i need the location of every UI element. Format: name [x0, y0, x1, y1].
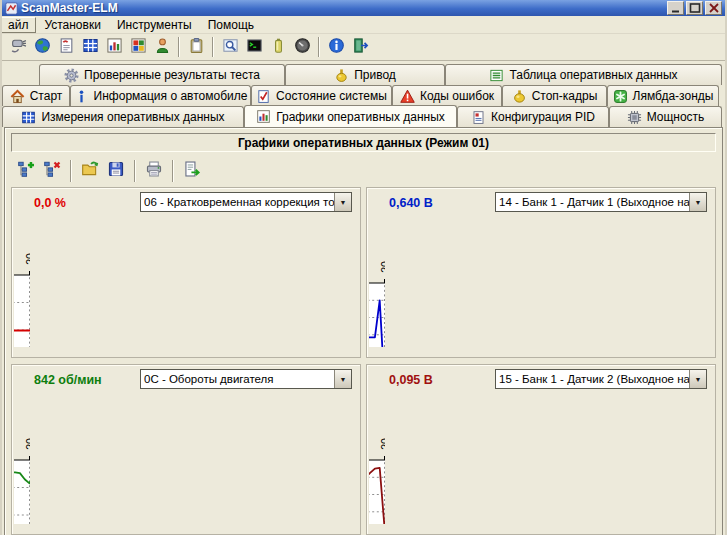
power-icon [627, 110, 642, 125]
save-button[interactable] [103, 158, 129, 183]
close-button[interactable] [705, 1, 722, 15]
connector-button[interactable] [6, 36, 30, 59]
chevron-down-icon[interactable]: ▼ [334, 193, 351, 211]
info-button[interactable] [324, 36, 348, 59]
tab-vehicle-info-label: Информация о автомобиле [94, 89, 248, 103]
print-icon [145, 160, 163, 181]
chart-current-value: 0,0 % [34, 196, 66, 210]
svg-text:20: 20 [379, 438, 386, 450]
window-title: ScanMaster-ELM [21, 1, 667, 15]
remove-pid-button[interactable] [39, 158, 65, 183]
y-axis-label: 0 8 0006 0004 0002 000005101520253035404… [14, 392, 30, 524]
chart-panel-rpm: 842 об/мин0C - Обороты двигателя▼0 8 000… [11, 364, 361, 535]
windows-icon [130, 37, 147, 57]
toolbar-separator [70, 160, 72, 182]
chart-current-value: 842 об/мин [34, 373, 102, 387]
freeze-frame-icon [512, 89, 527, 104]
data-chart-button[interactable] [102, 36, 126, 59]
tab-live-data-table[interactable]: Таблица оперативных данных [445, 64, 722, 85]
tab-tested-results[interactable]: Проверенные результаты теста [39, 64, 285, 85]
tab-vehicle-info[interactable]: Информация о автомобиле [70, 85, 251, 106]
plot-area: 100500-50-10005101520253035404550 [14, 251, 30, 347]
tab-system-status-label: Состояние системы [276, 89, 387, 103]
chevron-down-icon[interactable]: ▼ [689, 370, 706, 388]
tab-start[interactable]: Старт [2, 85, 70, 106]
charts-icon [256, 109, 271, 124]
plot-area: 1,210,80,60,40,2005101520253035404550 [369, 436, 385, 524]
live-data-charts-page: Графики оперативных данных (Режим 01) 0,… [4, 127, 723, 535]
export-icon [183, 160, 201, 181]
vehicle-doc-button[interactable] [54, 36, 78, 59]
menu-tools[interactable]: Инструменты [109, 17, 200, 33]
maximize-button[interactable] [686, 1, 703, 15]
globe-icon [34, 37, 51, 57]
tab-freeze-frames[interactable]: Стоп-кадры [502, 85, 607, 106]
chevron-down-icon[interactable]: ▼ [689, 193, 706, 211]
charts-toolbar [5, 156, 722, 185]
table-icon [489, 68, 504, 83]
gauge-button[interactable] [290, 36, 314, 59]
gear-icon [64, 68, 79, 83]
pid-selector-value: 15 - Банк 1 - Датчик 2 (Выходное на [496, 370, 689, 388]
chart-panel-stft: 0,0 %06 - Кратковременная коррекция то▼-… [11, 187, 361, 358]
pid-selector[interactable]: 15 - Банк 1 - Датчик 2 (Выходное на▼ [495, 369, 707, 389]
add-pid-button[interactable] [13, 158, 39, 183]
info-icon [328, 37, 345, 57]
pid-selector-value: 0C - Обороты двигателя [141, 370, 334, 388]
data-chart-icon [106, 37, 123, 57]
info-i-icon [74, 89, 89, 104]
menu-help[interactable]: Помощь [200, 17, 262, 33]
chevron-down-icon[interactable]: ▼ [334, 370, 351, 388]
tab-live-data-measurements-label: Измерения оперативных данных [41, 110, 224, 124]
pid-selector[interactable]: 14 - Банк 1 - Датчик 1 (Выходное на▼ [495, 192, 707, 212]
tab-pid-config[interactable]: Конфигурация PID [457, 106, 609, 127]
chart-panel-o2-b1s1: 0,640 В14 - Банк 1 - Датчик 1 (Выходное … [366, 187, 716, 358]
data-grid-button[interactable] [78, 36, 102, 59]
toolbar-separator [318, 37, 320, 57]
minimize-button[interactable] [667, 1, 684, 15]
tab-live-data-table-label: Таблица оперативных данных [509, 68, 677, 82]
tab-power[interactable]: Мощность [609, 106, 722, 127]
user-button[interactable] [150, 36, 174, 59]
search-icon [222, 37, 239, 57]
tab-live-data-measurements[interactable]: Измерения оперативных данных [2, 106, 244, 127]
toolbar-separator [172, 160, 174, 182]
main-toolbar [2, 34, 725, 61]
tab-live-data-charts[interactable]: Графики оперативных данных [244, 105, 457, 127]
plot-area: 1,210,80,60,40,2005101520253035404550 [369, 259, 385, 347]
menu-file[interactable]: айл [0, 17, 36, 33]
maximize-icon [690, 4, 699, 12]
tab-lambda[interactable]: Лямбда-зонды [607, 85, 719, 106]
toolbar-separator [212, 37, 214, 57]
clipboard-button[interactable] [184, 36, 208, 59]
chart-current-value: 0,095 В [389, 373, 433, 387]
menu-settings[interactable]: Установки [36, 17, 108, 33]
print-button[interactable] [141, 158, 167, 183]
tab-actuator-label: Привод [354, 68, 396, 82]
tab-actuator[interactable]: Привод [285, 64, 445, 85]
tab-row-1: Проверенные результаты тестаПриводТаблиц… [2, 64, 725, 85]
tab-lambda-label: Лямбда-зонды [633, 89, 714, 103]
windows-button[interactable] [126, 36, 150, 59]
title-bar[interactable]: ScanMaster-ELM [2, 0, 725, 16]
close-icon [710, 4, 718, 12]
export-button[interactable] [179, 158, 205, 183]
battery-icon [270, 37, 287, 57]
tab-dtc[interactable]: Коды ошибок [392, 85, 502, 106]
lambda-icon [613, 89, 628, 104]
tab-system-status[interactable]: Состояние системы [251, 85, 392, 106]
terminal-button[interactable] [242, 36, 266, 59]
terminal-icon [246, 37, 263, 57]
pid-selector[interactable]: 0C - Обороты двигателя▼ [140, 369, 352, 389]
connector-icon [10, 37, 27, 57]
open-button[interactable] [77, 158, 103, 183]
search-button[interactable] [218, 36, 242, 59]
vehicle-doc-icon [58, 37, 75, 57]
globe-button[interactable] [30, 36, 54, 59]
tab-strip: Проверенные результаты тестаПриводТаблиц… [2, 61, 725, 127]
app-window: ScanMaster-ELM айлУстановкиИнструментыПо… [0, 0, 727, 535]
tab-row-3: Измерения оперативных данныхГрафики опер… [2, 106, 725, 127]
battery-button[interactable] [266, 36, 290, 59]
pid-selector[interactable]: 06 - Кратковременная коррекция то▼ [140, 192, 352, 212]
exit-button[interactable] [348, 36, 372, 59]
